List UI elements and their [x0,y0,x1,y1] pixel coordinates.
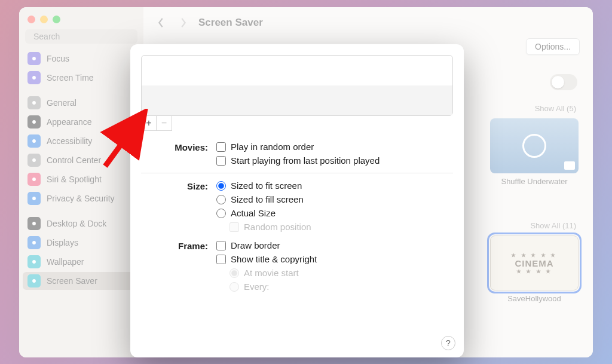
sidebar: FocusScreen TimeGeneralAppearanceAccessi… [19,7,143,357]
thumb-label: SaveHollywood [507,294,561,303]
sidebar-icon [27,115,41,129]
sidebar-item-label: Control Center [47,155,101,165]
sidebar-item-label: Displays [47,238,78,247]
sidebar-item-wallpaper[interactable]: Wallpaper [23,253,140,271]
sidebar-item-label: Focus [47,54,69,63]
forward-button[interactable] [176,15,191,30]
sidebar-icon [27,52,41,65]
back-button[interactable] [153,15,169,30]
list-row[interactable] [142,85,452,115]
sidebar-item-label: General [47,98,76,108]
search-input[interactable] [33,32,138,41]
thumb-preview [490,118,579,173]
sidebar-item-general[interactable]: General [23,94,140,112]
sidebar-item-appearance[interactable]: Appearance [23,113,140,131]
close-window-button[interactable] [27,16,35,23]
frame-label: Frame: [141,240,216,251]
sidebar-icon [27,236,41,249]
sidebar-item-siri-spotlight[interactable]: Siri & Spotlight [23,170,140,188]
sidebar-icon [27,154,41,167]
sidebar-item-screen-saver[interactable]: Screen Saver [23,272,140,290]
size-actual-radio[interactable]: Actual Size [216,208,453,218]
maximize-window-button[interactable] [53,16,60,23]
sidebar-item-label: Screen Saver [47,276,97,286]
sidebar-item-label: Wallpaper [47,257,84,267]
sidebar-icon [27,255,41,268]
movies-file-list[interactable] [141,55,453,116]
sidebar-list: FocusScreen TimeGeneralAppearanceAccessi… [19,50,143,291]
size-fit-radio[interactable]: Sized to fit screen [216,181,453,191]
screensaver-thumb-selected[interactable]: ★ ★ ★ ★ ★ CINEMA ★ ★ ★ ★ SaveHollywood [490,235,579,303]
sidebar-item-privacy-security[interactable]: Privacy & Security [23,189,140,207]
options-button[interactable]: Options... [526,38,580,55]
svg-point-6 [32,178,36,181]
sidebar-icon [27,192,41,205]
sidebar-item-control-center[interactable]: Control Center [23,151,140,169]
sidebar-item-label: Screen Time [47,73,94,82]
sidebar-item-label: Appearance [47,117,92,127]
screensaver-thumb[interactable]: Shuffle Underwater [490,118,579,186]
svg-point-0 [32,57,36,60]
size-label: Size: [141,181,216,191]
svg-point-11 [32,279,36,283]
resume-last-position-checkbox[interactable]: Start playing from last position played [216,155,453,166]
remove-button[interactable]: − [157,116,172,130]
sidebar-icon [27,217,41,230]
add-remove-buttons: + − [141,116,172,131]
screensaver-toggle[interactable] [550,74,577,90]
minimize-window-button[interactable] [40,16,48,23]
help-button[interactable]: ? [441,336,455,350]
sidebar-icon [27,274,41,287]
at-movie-start-radio: At movie start [230,268,453,278]
sidebar-icon [27,134,41,148]
sidebar-item-label: Siri & Spotlight [47,175,102,184]
svg-point-4 [32,139,36,143]
show-all-link[interactable]: Show All (5) [535,104,576,113]
list-row[interactable] [142,56,452,85]
thumb-preview: ★ ★ ★ ★ ★ CINEMA ★ ★ ★ ★ [490,235,579,290]
page-title: Screen Saver [198,17,263,29]
svg-point-7 [32,197,36,200]
sidebar-item-focus[interactable]: Focus [23,50,140,68]
chevron-right-icon [180,17,187,28]
window-controls [19,13,143,29]
sidebar-item-label: Accessibility [47,136,92,146]
chevron-left-icon [157,17,164,28]
separator [141,173,453,173]
sidebar-item-displays[interactable]: Displays [23,234,140,252]
sidebar-icon [27,71,41,84]
svg-point-2 [32,101,36,105]
sidebar-icon [27,96,41,109]
svg-point-8 [32,222,36,225]
svg-point-9 [32,241,36,244]
sidebar-item-label: Privacy & Security [47,194,115,203]
titlebar: Screen Saver [143,7,593,38]
sidebar-item-screen-time[interactable]: Screen Time [23,69,140,87]
thumb-label: Shuffle Underwater [501,177,567,186]
movies-label: Movies: [141,142,216,152]
svg-point-1 [32,76,36,79]
sidebar-icon [27,173,41,186]
sidebar-item-accessibility[interactable]: Accessibility [23,132,140,150]
search-field[interactable] [25,29,137,44]
every-radio: Every: [230,282,453,292]
svg-point-5 [32,158,36,162]
sidebar-item-desktop-dock[interactable]: Desktop & Dock [23,215,140,233]
svg-point-10 [32,260,36,264]
svg-point-3 [32,120,36,124]
options-sheet: + − Movies: Play in random order Start p… [130,44,464,357]
sidebar-item-label: Desktop & Dock [47,219,106,228]
show-title-checkbox[interactable]: Show title & copyright [216,254,453,264]
add-button[interactable]: + [142,116,157,130]
draw-border-checkbox[interactable]: Draw border [216,240,453,250]
play-random-order-checkbox[interactable]: Play in random order [216,142,453,152]
size-fill-radio[interactable]: Sized to fill screen [216,194,453,204]
random-position-checkbox: Random position [230,222,453,232]
show-all-link[interactable]: Show All (11) [530,221,576,230]
